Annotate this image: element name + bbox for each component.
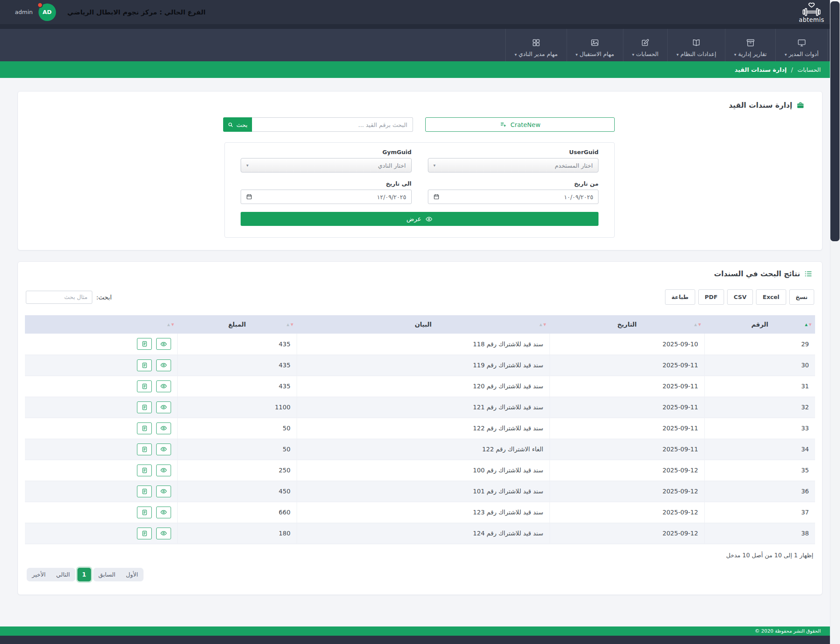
current-page-button[interactable]: 1 (77, 568, 91, 581)
main-content: إدارة سندات القيد CrateNew (0, 78, 840, 595)
search-button-label: بحث (236, 121, 248, 128)
to-date-input[interactable]: ١٢/٠٩/٢٠٢٥ (241, 190, 412, 204)
nav-item[interactable]: الحسابات ▾ (623, 29, 668, 61)
view-entry-button[interactable] (156, 338, 171, 350)
column-header-label: البيان (415, 321, 432, 328)
view-entry-button[interactable] (156, 422, 171, 434)
table-toolbar: نسخExcelCSVPDFطباعة ابحث: (25, 289, 815, 305)
pagination: الأول السابق 1 التالي الأخير (27, 568, 144, 581)
nav-item[interactable]: إعدادات النظام ▾ (667, 29, 725, 61)
cell-description: الغاء الاشتراك رقم 122 (297, 439, 550, 460)
journal-entry-button[interactable] (137, 486, 152, 497)
export-button[interactable]: PDF (698, 289, 724, 305)
chevron-down-icon: ▾ (784, 52, 787, 57)
journal-entries-card: إدارة سندات القيد CrateNew (18, 91, 822, 250)
pagination-group-start: الأول السابق (93, 568, 144, 581)
copyright-text: الحقوق النشر محفوظة 2020 © (755, 628, 821, 634)
cell-date: 2025-09-11 (550, 439, 704, 460)
scrollbar-thumb[interactable] (830, 1, 840, 241)
eye-icon (160, 509, 167, 516)
export-button[interactable]: طباعة (665, 289, 695, 305)
table-row: 34 2025-09-11 الغاء الاشتراك رقم 122 50 (25, 439, 815, 460)
table-row: 30 2025-09-11 سند قيد للاشتراك رقم 119 4… (25, 355, 815, 376)
search-icon (228, 122, 234, 128)
entry-number-search-input[interactable] (252, 117, 413, 132)
journal-entry-button[interactable] (137, 338, 152, 350)
list-icon (804, 270, 812, 278)
journal-entry-button[interactable] (137, 422, 152, 434)
first-page-button[interactable]: الأول (121, 568, 144, 581)
export-button[interactable]: Excel (756, 289, 786, 305)
from-date-label: من تاريخ (428, 180, 599, 187)
export-buttons: نسخExcelCSVPDFطباعة (665, 289, 814, 305)
calendar-icon (246, 194, 252, 200)
user-select-value: اختار المستخدم (555, 162, 593, 169)
nav-item-label: مهام الاستقبال ▾ (576, 51, 614, 57)
show-button[interactable]: عرض (241, 212, 598, 226)
briefcase-icon (796, 101, 805, 109)
entry-search-group: بحث (223, 117, 413, 132)
list-plus-icon (500, 121, 507, 128)
column-header[interactable]: البيان ▼▲ (297, 315, 550, 334)
previous-page-button[interactable]: السابق (93, 568, 121, 581)
create-new-button[interactable]: CrateNew (425, 117, 615, 132)
breadcrumb-parent[interactable]: الحسابات (798, 66, 821, 73)
sort-icons: ▼▲ (539, 323, 546, 327)
view-entry-button[interactable] (156, 359, 171, 371)
export-button[interactable]: CSV (727, 289, 753, 305)
column-header[interactable]: ▼▲ (25, 315, 178, 334)
column-header[interactable]: المبلغ ▼▲ (178, 315, 297, 334)
view-entry-button[interactable] (156, 528, 171, 539)
journal-entry-button[interactable] (137, 380, 152, 392)
cell-number: 32 (704, 397, 815, 418)
view-entry-button[interactable] (156, 401, 171, 413)
nav-item[interactable]: تقارير إدارية ▾ (725, 29, 775, 61)
view-entry-button[interactable] (156, 507, 171, 518)
pagination-row: الأول السابق 1 التالي الأخير (25, 568, 815, 581)
journal-entry-button[interactable] (137, 359, 152, 371)
avatar[interactable]: AD (38, 4, 56, 21)
next-page-button[interactable]: التالي (51, 568, 75, 581)
sort-icons: ▼▲ (694, 323, 701, 327)
search-button[interactable]: بحث (223, 117, 252, 132)
view-entry-button[interactable] (156, 380, 171, 392)
journal-entry-button[interactable] (137, 443, 152, 455)
column-header[interactable]: التاريخ ▼▲ (550, 315, 704, 334)
avatar-initials: AD (42, 9, 52, 15)
cell-amount: 450 (178, 481, 297, 502)
journal-icon (141, 488, 148, 495)
cell-date: 2025-09-11 (550, 418, 704, 439)
heart-dumbbell-icon (801, 1, 822, 17)
journal-entry-button[interactable] (137, 465, 152, 476)
cell-description: سند قيد للاشتراك رقم 123 (297, 502, 550, 523)
journal-entry-button[interactable] (137, 507, 152, 518)
eye-icon (160, 467, 167, 474)
column-header[interactable]: الرقم ▼▲ (704, 315, 815, 334)
cell-date: 2025-09-12 (550, 481, 704, 502)
nav-item[interactable]: مهام الاستقبال ▾ (567, 29, 623, 61)
from-date-input[interactable]: ١٠/٠٩/٢٠٢٥ (428, 190, 599, 204)
create-new-label: CrateNew (511, 121, 541, 128)
eye-icon (160, 446, 167, 453)
eye-icon (160, 488, 167, 495)
cell-amount: 1100 (178, 397, 297, 418)
view-entry-button[interactable] (156, 465, 171, 476)
nav-item[interactable]: مهام مدير النادي ▾ (505, 29, 566, 61)
gym-select[interactable]: اختار النادي ▾ (241, 158, 412, 172)
journal-icon (141, 404, 148, 411)
user-select[interactable]: اختار المستخدم ▾ (428, 158, 599, 172)
nav-item-label: إعدادات النظام ▾ (676, 51, 716, 57)
journal-entry-button[interactable] (137, 528, 152, 539)
journal-entry-button[interactable] (137, 401, 152, 413)
view-entry-button[interactable] (156, 486, 171, 497)
cell-actions (25, 502, 178, 523)
cell-amount: 50 (178, 439, 297, 460)
table-search-input[interactable] (26, 291, 92, 304)
scrollbar-track[interactable] (830, 0, 840, 644)
view-entry-button[interactable] (156, 443, 171, 455)
export-button[interactable]: نسخ (789, 289, 814, 305)
nav-top-strip (0, 24, 840, 29)
last-page-button[interactable]: الأخير (27, 568, 51, 581)
nav-item[interactable]: أدوات المدير ▾ (775, 29, 828, 61)
footer-bottom-bar (0, 636, 840, 644)
